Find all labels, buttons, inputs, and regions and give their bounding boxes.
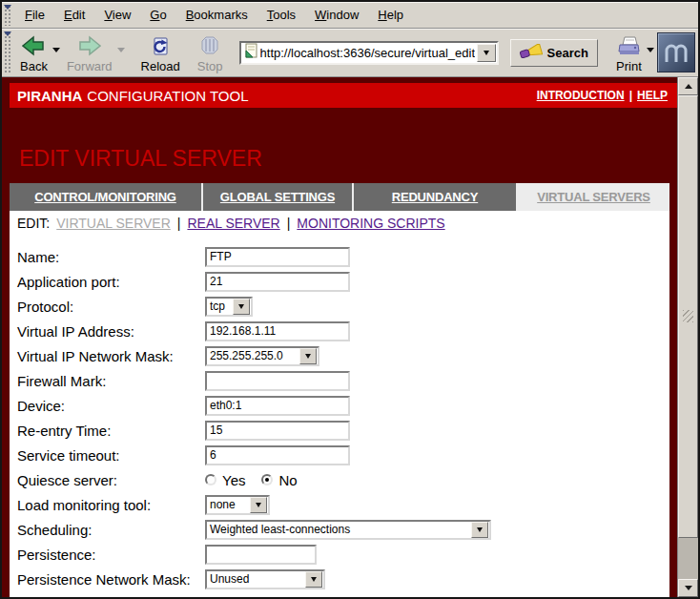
forward-label: Forward	[67, 60, 113, 73]
menu-view[interactable]: View	[94, 8, 140, 22]
brand-rest: CONFIGURATION TOOL	[87, 88, 248, 104]
field-service-timeout-input[interactable]	[205, 445, 350, 465]
brand-title: PIRANHACONFIGURATION TOOL	[17, 88, 249, 104]
stop-button[interactable]: Stop	[193, 32, 228, 73]
forward-history-dropdown-icon[interactable]	[117, 48, 125, 56]
form-row-device: Device:	[10, 393, 669, 418]
mozilla-m-icon	[664, 41, 689, 64]
form-row-virtual-ip-address: Virtual IP Address:	[10, 319, 669, 343]
menu-help[interactable]: Help	[368, 8, 413, 22]
form-row-firewall-mark: Firewall Mark:	[10, 368, 669, 393]
field-application-port-label: Application port:	[17, 274, 205, 290]
back-history-dropdown-icon[interactable]	[52, 48, 60, 56]
field-protocol-label: Protocol:	[17, 299, 205, 315]
subnav-link-real-server[interactable]: REAL SERVER	[187, 216, 279, 231]
field-persistence-network-mask-selected-value: Unused	[207, 572, 304, 586]
tab-label-control-monitoring: CONTROL/MONITORING	[34, 190, 176, 204]
field-persistence-label: Persistence:	[17, 547, 205, 563]
subnav-separator: |	[177, 216, 181, 231]
tab-control-monitoring[interactable]: CONTROL/MONITORING	[10, 183, 203, 211]
back-icon	[22, 34, 45, 59]
menu-window[interactable]: Window	[305, 8, 368, 22]
field-scheduling-select[interactable]: Weighted least-connections	[205, 520, 491, 540]
piranha-page: PIRANHACONFIGURATION TOOL INTRODUCTION|H…	[2, 77, 677, 597]
form-row-virtual-ip-network-mask: Virtual IP Network Mask:255.255.255.0	[10, 343, 669, 368]
field-application-port-input[interactable]	[205, 272, 350, 292]
brand-bold: PIRANHA	[17, 88, 82, 104]
field-re-entry-time-label: Re-entry Time:	[17, 423, 205, 439]
form-row-re-entry-time: Re-entry Time:	[10, 418, 669, 443]
field-firewall-mark-label: Firewall Mark:	[17, 373, 205, 389]
field-virtual-ip-network-mask-label: Virtual IP Network Mask:	[17, 348, 205, 364]
browser-content: PIRANHACONFIGURATION TOOL INTRODUCTION|H…	[2, 77, 698, 597]
subnav-link-monitoring-scripts[interactable]: MONITORING SCRIPTS	[297, 216, 444, 231]
form-row-name: Name:	[10, 244, 669, 269]
field-load-monitoring-tool-selected-value: none	[207, 498, 249, 511]
menu-tools[interactable]: Tools	[257, 8, 305, 22]
dropdown-arrow-icon[interactable]	[471, 522, 488, 538]
navigation-toolbar: Back Forward Reload Stop	[2, 29, 698, 77]
header-link-help[interactable]: HELP	[637, 89, 668, 102]
field-virtual-ip-network-mask-select[interactable]: 255.255.255.0	[205, 346, 319, 366]
print-button[interactable]: Print	[611, 32, 647, 73]
field-virtual-ip-address-input[interactable]	[205, 321, 350, 341]
menu-go[interactable]: Go	[140, 8, 175, 22]
field-persistence-input[interactable]	[205, 545, 317, 565]
field-quiesce-server-radio-yes[interactable]	[205, 474, 216, 485]
field-protocol-select[interactable]: tcp	[205, 297, 253, 317]
back-button[interactable]: Back	[15, 32, 52, 73]
url-history-dropdown-button[interactable]	[477, 44, 496, 62]
menubar-grip[interactable]	[4, 5, 11, 26]
form-row-persistence: Persistence:	[10, 542, 669, 567]
menu-file[interactable]: File	[15, 8, 54, 22]
edit-subnav: EDIT:VIRTUAL SERVER|REAL SERVER|MONITORI…	[10, 211, 669, 236]
url-input[interactable]	[258, 45, 477, 61]
field-quiesce-server-radio-no[interactable]	[261, 474, 273, 485]
dropdown-arrow-icon[interactable]	[233, 299, 250, 315]
form-row-application-port: Application port:	[10, 269, 669, 294]
dropdown-arrow-icon[interactable]	[299, 348, 317, 364]
scrollbar-thumb[interactable]	[678, 95, 698, 538]
field-load-monitoring-tool-select[interactable]: none	[205, 495, 270, 515]
back-label: Back	[20, 60, 48, 73]
form-row-service-timeout: Service timeout:	[10, 443, 669, 467]
field-firewall-mark-input[interactable]	[205, 371, 350, 391]
tab-global-settings[interactable]: GLOBAL SETTINGS	[203, 183, 354, 211]
tab-label-global-settings: GLOBAL SETTINGS	[220, 190, 335, 204]
form-row-protocol: Protocol:tcp	[10, 294, 669, 319]
field-device-input[interactable]	[205, 396, 350, 416]
form-row-scheduling: Scheduling:Weighted least-connections	[10, 517, 669, 542]
field-virtual-ip-network-mask-selected-value: 255.255.255.0	[207, 349, 299, 362]
vertical-scrollbar	[677, 77, 698, 597]
tab-virtual-servers[interactable]: VIRTUAL SERVERS	[518, 183, 669, 211]
field-quiesce-server-label: Quiesce server:	[17, 472, 205, 488]
scrollbar-track[interactable]	[678, 538, 698, 579]
field-persistence-network-mask-select[interactable]: Unused	[205, 569, 325, 589]
field-name-input[interactable]	[205, 247, 350, 267]
menu-edit[interactable]: Edit	[54, 8, 94, 22]
dropdown-arrow-icon[interactable]	[250, 497, 267, 513]
scroll-down-button[interactable]	[678, 579, 698, 597]
form-row-load-monitoring-tool: Load monitoring tool:none	[10, 492, 669, 517]
tab-redundancy[interactable]: REDUNDANCY	[354, 183, 518, 211]
menu-bookmarks[interactable]: Bookmarks	[176, 8, 257, 22]
reload-button[interactable]: Reload	[136, 32, 185, 73]
field-load-monitoring-tool-label: Load monitoring tool:	[17, 497, 205, 513]
dropdown-arrow-icon[interactable]	[305, 571, 322, 588]
browser-window: FileEditViewGoBookmarksToolsWindowHelp B…	[0, 0, 700, 599]
subnav-separator: |	[287, 216, 291, 231]
search-label: Search	[547, 46, 588, 60]
subnav-prefix: EDIT:	[17, 216, 50, 231]
field-protocol-selected-value: tcp	[207, 300, 232, 313]
field-re-entry-time-input[interactable]	[205, 421, 350, 441]
mozilla-throbber[interactable]	[657, 32, 695, 72]
page-proxy-icon[interactable]	[244, 43, 258, 62]
print-dropdown-icon[interactable]	[647, 48, 654, 56]
virtual-server-form: Name:Application port:Protocol:tcpVirtua…	[10, 236, 669, 597]
toolbar-grip[interactable]	[4, 31, 11, 74]
scroll-up-button[interactable]	[678, 77, 698, 95]
header-link-introduction[interactable]: INTRODUCTION	[537, 89, 625, 102]
search-button[interactable]: Search	[510, 39, 598, 67]
forward-button[interactable]: Forward	[62, 32, 117, 73]
field-scheduling-label: Scheduling:	[17, 522, 205, 538]
